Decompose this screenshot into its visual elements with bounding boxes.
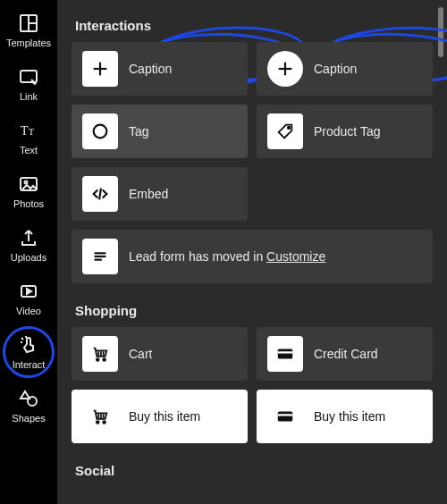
tile-caption[interactable]: Caption — [72, 42, 248, 96]
tile-label: Product Tag — [314, 124, 380, 139]
embed-icon — [82, 176, 118, 212]
tile-caption-circle[interactable]: Caption — [257, 42, 433, 96]
svg-point-20 — [97, 358, 99, 361]
svg-point-15 — [288, 127, 291, 130]
svg-rect-3 — [21, 71, 37, 82]
uploads-icon — [18, 227, 39, 248]
sidebar-item-label: Photos — [13, 198, 44, 209]
section-title-social: Social — [75, 463, 433, 478]
notice-prefix: Lead form has moved in — [129, 249, 266, 264]
svg-text:T: T — [21, 124, 29, 138]
tile-buy-item[interactable]: Buy this item — [72, 390, 248, 443]
sidebar-item-text[interactable]: TT Text — [4, 113, 54, 164]
link-icon — [18, 66, 39, 88]
svg-rect-33 — [278, 414, 293, 416]
sidebar-item-label: Video — [16, 306, 41, 316]
tile-label: Cart — [129, 347, 152, 361]
interactions-grid: Caption Caption Tag — [72, 42, 433, 221]
tile-label: Buy this item — [129, 409, 200, 424]
sidebar-item-label: Text — [20, 145, 38, 155]
sidebar-item-photos[interactable]: Photos — [4, 166, 54, 218]
cart-icon — [82, 399, 118, 434]
svg-rect-32 — [278, 412, 293, 422]
svg-point-7 — [25, 181, 28, 184]
sidebar-item-label: Link — [20, 91, 38, 102]
main-panel: Interactions Caption Caption — [57, 0, 447, 504]
shopping-grid: Cart Credit Card Buy this item — [72, 327, 433, 443]
tag-icon — [267, 113, 303, 149]
photos-icon — [18, 173, 39, 195]
svg-text:T: T — [29, 127, 34, 137]
plus-icon — [82, 51, 118, 87]
tile-credit-card[interactable]: Credit Card — [257, 327, 433, 381]
tile-label: Caption — [129, 62, 172, 76]
sidebar-item-templates[interactable]: Templates — [4, 5, 54, 57]
app-root: Templates Link TT Text Photos Uploads — [0, 0, 447, 504]
tile-label: Buy this item — [314, 409, 385, 424]
tile-label: Tag — [129, 124, 149, 139]
tile-label: Embed — [129, 187, 168, 201]
shapes-icon — [18, 388, 39, 409]
svg-line-16 — [99, 189, 101, 200]
sidebar-item-label: Interact — [13, 359, 46, 370]
svg-rect-26 — [278, 351, 293, 353]
notice-text: Lead form has moved in Customize — [129, 249, 325, 264]
video-icon — [18, 281, 39, 302]
main-inner: Interactions Caption Caption — [57, 0, 447, 504]
section-title-shopping: Shopping — [75, 303, 433, 318]
text-icon: TT — [18, 120, 39, 141]
svg-point-14 — [94, 125, 107, 139]
lead-form-notice: Lead form has moved in Customize — [72, 230, 433, 283]
svg-point-28 — [103, 421, 105, 424]
tile-product-tag[interactable]: Product Tag — [257, 105, 433, 158]
tile-embed[interactable]: Embed — [72, 167, 248, 221]
credit-card-icon — [267, 399, 303, 434]
svg-rect-25 — [278, 349, 293, 359]
sidebar-item-label: Templates — [6, 38, 51, 48]
circle-icon — [82, 113, 118, 149]
tile-label: Caption — [314, 62, 357, 76]
section-title-interactions: Interactions — [75, 18, 433, 33]
interact-icon — [18, 334, 39, 356]
lines-icon — [82, 239, 118, 274]
sidebar-item-link[interactable]: Link — [4, 59, 54, 111]
sidebar: Templates Link TT Text Photos Uploads — [0, 0, 57, 504]
sidebar-item-shapes[interactable]: Shapes — [4, 381, 54, 433]
tile-cart[interactable]: Cart — [72, 327, 248, 381]
svg-point-9 — [28, 397, 37, 406]
cart-icon — [82, 336, 118, 372]
sidebar-item-label: Shapes — [12, 413, 45, 424]
tile-label: Credit Card — [314, 347, 378, 361]
scrollbar-thumb[interactable] — [438, 7, 443, 57]
credit-card-icon — [267, 336, 303, 372]
customize-link[interactable]: Customize — [266, 249, 325, 264]
svg-point-21 — [103, 358, 105, 361]
sidebar-item-video[interactable]: Video — [4, 273, 54, 325]
templates-icon — [18, 13, 39, 34]
tile-tag[interactable]: Tag — [72, 105, 248, 158]
sidebar-item-uploads[interactable]: Uploads — [4, 220, 54, 272]
svg-point-27 — [97, 421, 99, 424]
sidebar-item-label: Uploads — [11, 252, 46, 263]
sidebar-item-interact[interactable]: Interact — [4, 327, 54, 379]
plus-circle-icon — [267, 51, 303, 87]
tile-buy-item-card[interactable]: Buy this item — [257, 390, 433, 443]
